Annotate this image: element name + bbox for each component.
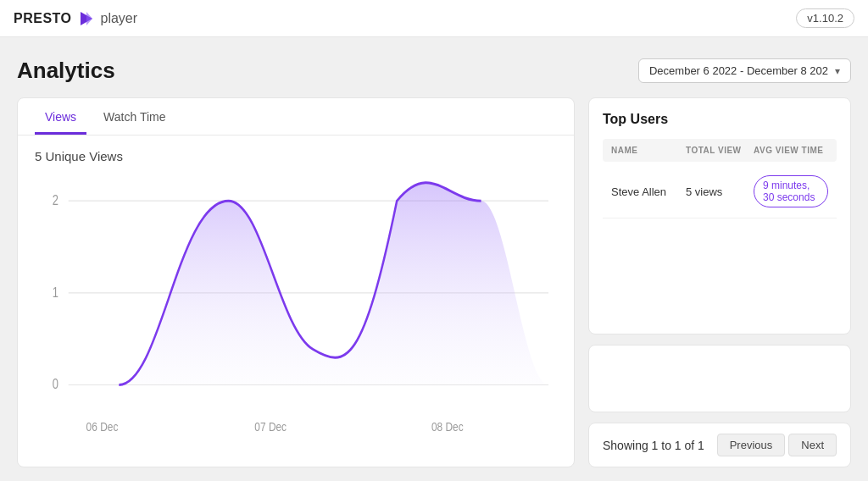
svg-text:1: 1 [53, 285, 58, 299]
top-users-card: Top Users NAME TOTAL VIEW AVG VIEW TIME … [588, 97, 851, 334]
empty-card [588, 345, 851, 412]
app-header: PRESTO player v1.10.2 [0, 0, 868, 37]
total-view-value: 5 views [686, 185, 754, 198]
left-panel: Views Watch Time 5 Unique Views 2 [17, 97, 575, 467]
top-users-title: Top Users [603, 112, 837, 127]
col-name-header: NAME [611, 146, 686, 155]
svg-text:06 Dec: 06 Dec [86, 420, 119, 434]
version-badge: v1.10.2 [796, 8, 854, 28]
page-title: Analytics [17, 58, 115, 84]
col-total-header: TOTAL VIEW [686, 146, 754, 155]
showing-text: Showing 1 to 1 of 1 [603, 439, 704, 452]
logo-presto-text: PRESTO [14, 11, 72, 26]
avg-view-time-badge: 9 minutes, 30 seconds [754, 175, 828, 207]
user-name: Steve Allen [611, 185, 686, 198]
svg-text:0: 0 [53, 377, 58, 391]
tab-views[interactable]: Views [35, 98, 86, 135]
svg-text:08 Dec: 08 Dec [431, 420, 464, 434]
chart-svg: 2 1 0 [35, 170, 557, 456]
pagination-buttons: Previous Next [717, 434, 837, 456]
table-row: Steve Allen 5 views 9 minutes, 30 second… [603, 165, 837, 218]
unique-views-label: 5 Unique Views [35, 149, 557, 163]
col-avg-header: AVG VIEW TIME [754, 146, 828, 155]
logo-container: PRESTO player [14, 9, 137, 28]
svg-text:07 Dec: 07 Dec [254, 420, 287, 434]
logo-player-text: player [101, 11, 138, 26]
chart-area: 5 Unique Views 2 1 0 [18, 135, 574, 467]
table-header: NAME TOTAL VIEW AVG VIEW TIME [603, 139, 837, 162]
svg-text:2: 2 [53, 193, 58, 207]
date-range-value: December 6 2022 - December 8 202 [649, 64, 828, 77]
pagination-bar: Showing 1 to 1 of 1 Previous Next [588, 423, 851, 467]
main-content: Analytics December 6 2022 - December 8 2… [0, 37, 868, 481]
next-button[interactable]: Next [788, 434, 837, 456]
right-panel: Top Users NAME TOTAL VIEW AVG VIEW TIME … [588, 97, 851, 467]
date-range-picker[interactable]: December 6 2022 - December 8 202 ▾ [638, 58, 851, 83]
chart-container: 2 1 0 [35, 170, 557, 456]
content-layout: Views Watch Time 5 Unique Views 2 [17, 97, 851, 467]
tab-watch-time[interactable]: Watch Time [93, 98, 175, 135]
chevron-down-icon: ▾ [835, 65, 840, 77]
top-bar: Analytics December 6 2022 - December 8 2… [17, 58, 851, 84]
tabs-container: Views Watch Time [18, 98, 574, 135]
logo-icon [77, 9, 96, 28]
avg-view-badge: 9 minutes, 30 seconds [754, 175, 828, 207]
previous-button[interactable]: Previous [717, 434, 786, 456]
svg-marker-1 [86, 12, 92, 25]
